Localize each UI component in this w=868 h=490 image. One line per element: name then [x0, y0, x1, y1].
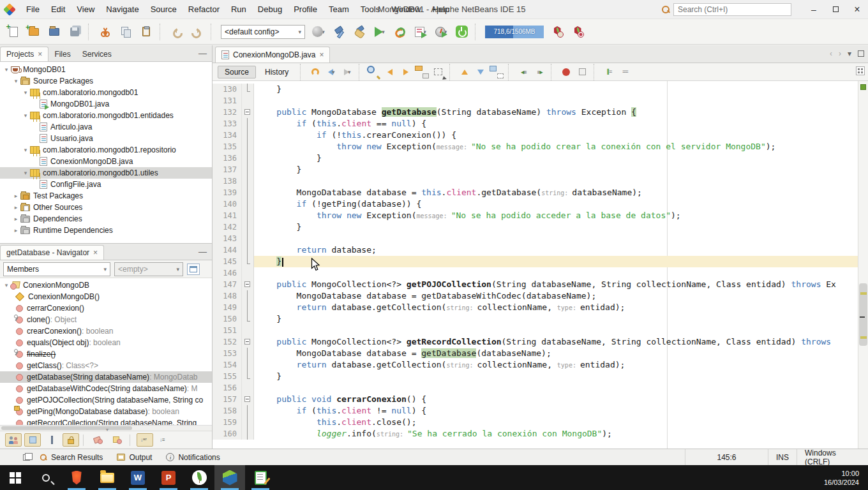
insert-mode[interactable]: INS	[768, 449, 797, 465]
code-line-149[interactable]: 149 return database.getCollection(string…	[213, 302, 858, 313]
code-fold-start[interactable]	[242, 336, 254, 348]
navigator-columns-button[interactable]	[187, 264, 200, 275]
code-line-159[interactable]: 159 this.client.close();	[213, 417, 858, 428]
toggle-bookmark-button[interactable]	[490, 66, 504, 78]
code-line-133[interactable]: 133 if (this.client == null) {	[213, 118, 858, 130]
taskbar-word[interactable]: W	[123, 465, 153, 490]
menu-debug[interactable]: Debug	[252, 4, 288, 14]
code-line-141[interactable]: 141 throw new Exception(message: "No se …	[213, 210, 858, 221]
taskbar-taskbar-search[interactable]	[31, 465, 61, 490]
last-edit-button[interactable]	[308, 66, 322, 78]
tree-item-mongodb01[interactable]: ▾MongoDB01	[0, 64, 212, 75]
notifications-button[interactable]: i Notifications	[166, 453, 220, 462]
search-input[interactable]	[673, 3, 791, 16]
menu-navigate[interactable]: Navigate	[100, 4, 144, 14]
code-line-132[interactable]: 132 public MongoDatabase getDatabase(Str…	[213, 107, 858, 118]
maximize-editor-icon[interactable]	[858, 50, 864, 57]
output-button[interactable]: Output	[117, 453, 152, 462]
run-project-button[interactable]: ▾	[370, 22, 389, 41]
tree-item-com-laboratorio-mongodb01[interactable]: ▾com.laboratorio.mongodb01	[0, 87, 212, 98]
taskbar-brave[interactable]	[61, 465, 92, 490]
menu-refactor[interactable]: Refactor	[183, 4, 225, 14]
chevron-down-icon[interactable]: ▾	[3, 66, 10, 73]
profile-project-button[interactable]: ▾	[431, 22, 451, 41]
panel-tab-projects[interactable]: Projects×	[0, 47, 49, 61]
navigator-tab[interactable]: getDatabase - Navigator ×	[0, 245, 104, 260]
menu-team[interactable]: Team	[323, 4, 355, 14]
code-line-147[interactable]: 147 public MongoCollection<?> getPOJOCol…	[213, 279, 858, 290]
member-item[interactable]: getRecordCollection(String databaseName,…	[0, 417, 212, 425]
projects-minimize-icon[interactable]: —	[198, 48, 207, 58]
member-item[interactable]: crearConexion() : boolean	[0, 325, 212, 337]
search-icon[interactable]	[661, 5, 670, 13]
member-item[interactable]: getPOJOCollection(String databaseName, S…	[0, 394, 212, 406]
code-line-146[interactable]: 146	[213, 267, 858, 279]
tree-item-com-laboratorio-mongodb01-utiles[interactable]: ▾com.laboratorio.mongodb01.utiles	[0, 167, 212, 179]
error-stripe[interactable]	[858, 81, 868, 449]
restore-button[interactable]	[825, 0, 846, 19]
code-fold-start[interactable]	[242, 107, 254, 118]
chevron-right-icon[interactable]: ▸	[12, 193, 20, 199]
paste-button[interactable]	[137, 22, 156, 41]
code-fold-start[interactable]	[242, 279, 254, 290]
editor-tab-conexionmongodb[interactable]: ConexionMongoDB.java ×	[215, 47, 330, 63]
tree-item-conexionmongodb-java[interactable]: ConexionMongoDB.java	[0, 156, 212, 167]
tree-item-other-sources[interactable]: ▸Other Sources	[0, 202, 212, 213]
clean-build-button[interactable]	[350, 22, 369, 41]
taskbar-clock[interactable]: 10:00 16/03/2024	[824, 465, 868, 490]
history-view-button[interactable]: History	[258, 66, 296, 78]
menu-run[interactable]: Run	[225, 4, 252, 14]
code-line-150[interactable]: 150 }	[213, 313, 858, 325]
shift-line-right-button[interactable]: ≡▸	[532, 66, 546, 78]
tab-list-icon[interactable]: ▾	[848, 49, 851, 58]
navigator-filter-combobox[interactable]: Members▾	[3, 262, 110, 276]
new-project-button[interactable]	[24, 22, 43, 41]
code-line-155[interactable]: 155 }	[213, 371, 858, 382]
scroll-tabs-right-icon[interactable]: ›	[839, 49, 841, 58]
chevron-right-icon[interactable]: ▸	[12, 204, 20, 211]
open-project-button[interactable]	[45, 22, 64, 41]
taskbar-mongodb[interactable]	[184, 465, 214, 490]
close-button[interactable]: ×	[846, 0, 868, 19]
tree-item-com-laboratorio-mongodb01-repositorio[interactable]: ▾com.laboratorio.mongodb01.repositorio	[0, 144, 212, 156]
toggle-highlight-button[interactable]	[415, 66, 429, 78]
chevron-down-icon[interactable]: ▾	[22, 112, 29, 119]
panel-tab-files[interactable]: Files	[49, 47, 76, 61]
occurrence-mark[interactable]	[860, 336, 867, 339]
sort-by-source-button[interactable]: ↓≡	[156, 433, 172, 447]
code-line-140[interactable]: 140 if (!getPing(database)) {	[213, 198, 858, 210]
tree-item-configfile-java[interactable]: ConfigFile.java	[0, 179, 212, 190]
member-item[interactable]: getDatabase(String databaseName) : Mongo…	[0, 371, 212, 383]
navigator-close-icon[interactable]: ×	[93, 248, 98, 257]
redo-button[interactable]	[188, 22, 207, 41]
cut-button[interactable]	[96, 22, 115, 41]
chevron-down-icon[interactable]: ▾	[22, 89, 29, 96]
comment-button[interactable]: ∥≡	[602, 66, 616, 78]
window-mode-icon[interactable]	[23, 454, 30, 461]
spring-boot-button[interactable]	[452, 22, 471, 41]
mongo-stop-button[interactable]	[568, 22, 587, 41]
back-button[interactable]: ▾	[324, 66, 338, 78]
web-deploy-button[interactable]: ▾	[309, 22, 328, 41]
config-combobox[interactable]: <default config>▾	[221, 25, 305, 39]
minimize-button[interactable]: –	[803, 0, 825, 19]
error-stripe-settings-icon[interactable]	[856, 66, 865, 75]
uncomment-button[interactable]: ≡≡	[618, 66, 632, 78]
chevron-down-icon[interactable]: ▾	[22, 170, 29, 176]
member-item[interactable]: cerrarConexion()	[0, 302, 212, 314]
find-button[interactable]	[367, 66, 381, 78]
code-line-136[interactable]: 136 }	[213, 152, 858, 164]
show-non-public-button[interactable]	[63, 433, 79, 447]
code-line-142[interactable]: 142 }	[213, 221, 858, 233]
forward-button[interactable]: ▾	[340, 66, 354, 78]
tree-item-usuario-java[interactable]: Usuario.java	[0, 133, 212, 144]
code-line-130[interactable]: 130 }	[213, 84, 858, 95]
tree-item-runtime-dependencies[interactable]: ▸Runtime Dependencies	[0, 225, 212, 236]
menu-profile[interactable]: Profile	[288, 4, 323, 14]
navigator-inherit-combobox[interactable]: <empty>▾	[114, 262, 183, 276]
code-line-134[interactable]: 134 if (!this.crearConexion()) {	[213, 130, 858, 141]
menu-edit[interactable]: Edit	[45, 4, 71, 14]
member-item[interactable]: getDatabaseWithCodec(String databaseName…	[0, 383, 212, 394]
taskbar-notepad-gnu[interactable]	[245, 465, 276, 490]
code-line-138[interactable]: 138	[213, 175, 858, 187]
